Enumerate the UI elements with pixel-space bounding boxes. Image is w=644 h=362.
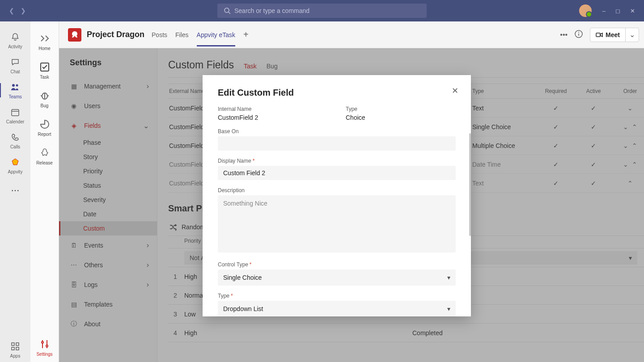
channel-logo-icon	[68, 28, 81, 42]
chevron-up-icon[interactable]: ⌃	[632, 161, 637, 168]
rail-apps[interactable]: Apps	[0, 337, 30, 362]
tab-etask[interactable]: Appvity eTask	[197, 23, 235, 46]
sidebar-item-management[interactable]: ▦Management	[59, 76, 157, 96]
check-icon: ✓	[591, 180, 596, 187]
internal-name-value: CustomField 2	[218, 114, 328, 121]
window-maximize-icon[interactable]: ◻	[615, 8, 620, 14]
subtab-bug[interactable]: Bug	[267, 63, 278, 70]
svg-point-2	[12, 84, 15, 87]
chevron-down-icon: ⌄	[629, 30, 635, 39]
sidebar-item-templates[interactable]: ▤Templates	[59, 295, 157, 314]
svg-point-18	[46, 345, 48, 347]
type2-select[interactable]: Dropdown List	[218, 301, 456, 316]
rail-activity[interactable]: Activity	[0, 28, 30, 53]
chevron-down-icon[interactable]: ⌄	[627, 105, 633, 112]
sidebar-item-about[interactable]: ⓘAbout	[59, 314, 157, 334]
display-name-input[interactable]	[218, 166, 456, 180]
preset-row[interactable]: 4HighCompleted	[168, 324, 644, 342]
app-task[interactable]: Task	[30, 56, 59, 85]
templates-icon: ▤	[70, 300, 78, 308]
sidebar-sub-date[interactable]: Date	[59, 207, 157, 221]
rail-appvity[interactable]: Appvity	[0, 153, 30, 178]
col-order: Order	[612, 88, 644, 94]
svg-rect-6	[12, 343, 14, 345]
sidebar-sub-phase[interactable]: Phase	[59, 135, 157, 150]
svg-line-14	[47, 96, 49, 96]
app-settings[interactable]: Settings	[30, 333, 59, 362]
sidebar-item-fields[interactable]: ◈Fields	[59, 116, 157, 135]
sidebar-item-others[interactable]: ⋯Others	[59, 255, 157, 275]
rail-calls[interactable]: Calls	[0, 128, 30, 153]
base-on-input[interactable]	[218, 136, 456, 151]
chevron-down-icon[interactable]: ⌄	[623, 123, 628, 130]
window-minimize-icon[interactable]: –	[602, 8, 606, 14]
sidebar-sub-custom[interactable]: Custom	[59, 221, 157, 236]
chevron-up-icon[interactable]: ⌃	[632, 123, 637, 130]
bell-icon	[10, 32, 21, 42]
teams-rail: Activity Chat Teams Calender Calls Appvi…	[0, 21, 30, 362]
svg-rect-24	[596, 33, 600, 37]
check-icon: ✓	[553, 180, 559, 187]
type-label: Type	[346, 106, 456, 112]
tab-posts[interactable]: Posts	[152, 23, 167, 46]
sidebar-item-logs[interactable]: 🗄Logs	[59, 275, 157, 295]
control-type-label: Control Type*	[218, 261, 456, 268]
sidebar-sub-status[interactable]: Status	[59, 178, 157, 193]
tab-files[interactable]: Files	[175, 23, 189, 46]
svg-rect-4	[12, 109, 19, 116]
svg-point-0	[225, 8, 229, 13]
chevron-up-icon[interactable]: ⌃	[632, 142, 637, 149]
modal-scrollbar[interactable]	[469, 133, 471, 236]
chevron-down-icon[interactable]: ⌄	[623, 142, 628, 149]
window-close-icon[interactable]: ✕	[630, 8, 635, 14]
app-release[interactable]: Release	[30, 142, 59, 171]
col-required: Required	[537, 88, 575, 94]
rail-teams[interactable]: Teams	[0, 78, 30, 103]
svg-rect-8	[12, 347, 14, 350]
check-icon: ✓	[591, 105, 596, 112]
logs-icon: 🗄	[70, 281, 78, 289]
description-input[interactable]	[218, 195, 456, 253]
svg-rect-9	[16, 347, 19, 350]
avatar[interactable]	[579, 4, 592, 17]
sidebar-item-events[interactable]: 🗓Events	[59, 236, 157, 255]
type2-label: Type*	[218, 293, 456, 299]
sidebar-sub-priority[interactable]: Priority	[59, 164, 157, 178]
type-value: Choice	[346, 114, 456, 121]
settings-icon	[39, 339, 50, 350]
bug-icon	[39, 90, 50, 102]
control-type-select[interactable]: Single Choice	[218, 269, 456, 286]
check-icon: ✓	[553, 105, 559, 112]
svg-line-13	[41, 96, 42, 96]
sidebar-item-users[interactable]: ◉Users	[59, 96, 157, 116]
svg-point-15	[42, 341, 43, 343]
sidebar-sub-severity[interactable]: Severity	[59, 193, 157, 207]
sidebar-sub-story[interactable]: Story	[59, 150, 157, 164]
subtab-task[interactable]: Task	[244, 63, 257, 70]
search-input[interactable]: Search or type a command	[217, 4, 427, 18]
rail-chat[interactable]: Chat	[0, 53, 30, 78]
nav-forward-icon[interactable]: ❯	[21, 7, 26, 14]
rail-calender[interactable]: Calender	[0, 103, 30, 128]
app-report[interactable]: Report	[30, 114, 59, 142]
app-home[interactable]: Home	[30, 28, 59, 56]
phone-icon	[10, 132, 21, 143]
chevron-down-icon[interactable]: ⌄	[623, 161, 628, 168]
shuffle-icon	[169, 223, 177, 231]
modal-close-button[interactable]: ✕	[452, 86, 458, 96]
svg-point-23	[578, 32, 579, 33]
chevron-up-icon[interactable]: ⌃	[627, 180, 633, 187]
rail-more[interactable]: • • •	[0, 178, 30, 203]
nav-back-icon[interactable]: ❮	[9, 7, 14, 14]
meet-button[interactable]: Meet	[590, 31, 625, 38]
home-icon	[39, 33, 50, 45]
about-icon: ⓘ	[70, 320, 78, 328]
check-icon: ✓	[553, 123, 559, 130]
app-bug[interactable]: Bug	[30, 85, 59, 114]
meet-dropdown[interactable]: ⌄	[625, 28, 639, 42]
appvity-icon	[10, 157, 21, 168]
more-icon[interactable]: •••	[560, 31, 568, 39]
add-tab-button[interactable]: +	[243, 29, 249, 40]
search-icon	[224, 7, 231, 14]
info-icon[interactable]	[575, 30, 583, 40]
